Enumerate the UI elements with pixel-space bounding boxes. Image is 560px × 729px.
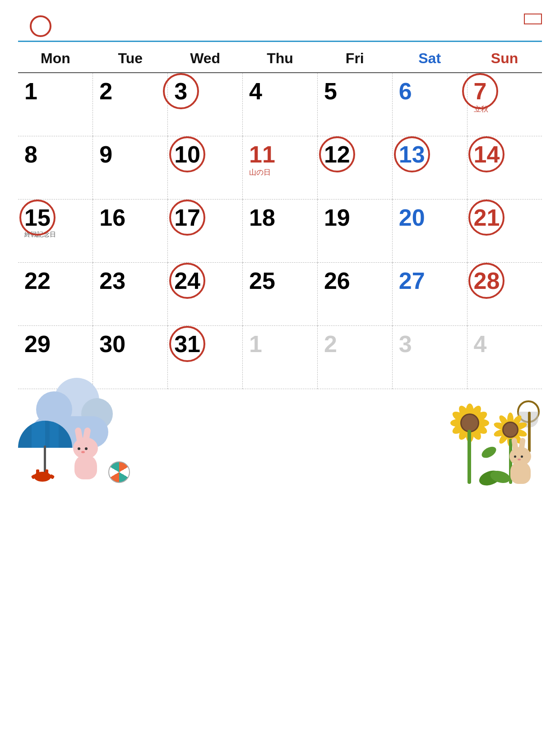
calendar-day: 25 [243, 262, 318, 325]
circled-day: 17 [174, 206, 200, 229]
circled-day: 13 [399, 143, 425, 166]
crab-body [34, 472, 51, 482]
day-number: 9 [99, 143, 112, 166]
header-wed: Wed [168, 42, 243, 73]
calendar-day: 26 [317, 262, 392, 325]
beach-ball-illustration [108, 461, 130, 483]
crab-illustration [32, 470, 54, 484]
day-number: 28 [474, 269, 500, 293]
circled-day: 3 [174, 79, 187, 103]
business-hours-box [524, 14, 542, 24]
rest-indicator [30, 15, 57, 37]
day-number: 2 [99, 79, 112, 103]
calendar-day: 30 [93, 325, 168, 389]
day-number: 3 [399, 332, 412, 356]
rabbit-right-illustration [506, 448, 537, 484]
calendar-day: 7立秋 [467, 73, 542, 136]
calendar-week-row: 1234567立秋 [18, 73, 542, 136]
sunflower-center [502, 422, 518, 438]
rest-circle-icon [30, 15, 51, 37]
day-note: 山の日 [249, 168, 313, 177]
footer [18, 389, 542, 488]
beach-illustration [18, 398, 162, 488]
day-number: 25 [249, 269, 275, 293]
day-number: 4 [474, 332, 487, 356]
day-number: 26 [324, 269, 350, 293]
day-number: 21 [474, 206, 500, 229]
day-number: 11 [249, 143, 275, 166]
calendar-day: 19 [317, 199, 392, 262]
day-number: 10 [174, 143, 200, 166]
page: Mon Tue Wed Thu Fri Sat Sun 1234567立秋891… [0, 0, 560, 729]
calendar-day: 4 [243, 73, 318, 136]
calendar-week-row: 22232425262728 [18, 262, 542, 325]
header-fri: Fri [317, 42, 392, 73]
calendar-day: 1 [18, 73, 93, 136]
header-right [524, 14, 542, 28]
day-number: 22 [24, 269, 51, 293]
header [18, 14, 542, 37]
calendar-day: 24 [168, 262, 243, 325]
calendar-day: 28 [467, 262, 542, 325]
day-number: 7 [474, 79, 487, 103]
rabbit-left-illustration [68, 439, 104, 479]
header-tue: Tue [93, 42, 168, 73]
calendar-day: 14 [467, 136, 542, 199]
day-number: 13 [399, 143, 425, 166]
day-number: 23 [99, 269, 125, 293]
header-left [18, 14, 57, 37]
day-number: 31 [174, 332, 200, 356]
day-number: 30 [99, 332, 125, 356]
calendar-day: 22 [18, 262, 93, 325]
circled-day: 15 [24, 206, 51, 229]
rabbit-body [510, 461, 531, 484]
calendar-week-row: 891011山の日121314 [18, 136, 542, 199]
header-sun: Sun [467, 42, 542, 73]
calendar-day: 5 [317, 73, 392, 136]
calendar-day: 2 [93, 73, 168, 136]
umbrella-top [18, 421, 72, 448]
day-number: 1 [24, 79, 37, 103]
calendar-day: 23 [93, 262, 168, 325]
day-number: 20 [399, 206, 425, 229]
day-number: 4 [249, 79, 262, 103]
day-number: 12 [324, 143, 350, 166]
calendar-day: 3 [168, 73, 243, 136]
day-number: 14 [474, 143, 500, 166]
umbrella-illustration [18, 421, 72, 475]
day-number: 15 [24, 206, 51, 229]
calendar-day: 31 [168, 325, 243, 389]
day-number: 27 [399, 269, 425, 293]
day-number: 18 [249, 206, 275, 229]
circled-day: 14 [474, 143, 500, 166]
day-number: 5 [324, 79, 337, 103]
header-thu: Thu [243, 42, 318, 73]
weekday-header-row: Mon Tue Wed Thu Fri Sat Sun [18, 42, 542, 73]
calendar-day: 13 [392, 136, 467, 199]
calendar-day: 21 [467, 199, 542, 262]
circled-day: 31 [174, 332, 200, 356]
day-number: 29 [24, 332, 51, 356]
calendar-day: 4 [467, 325, 542, 389]
day-number: 24 [174, 269, 200, 293]
calendar-day: 11山の日 [243, 136, 318, 199]
calendar-day: 15終戦記念日 [18, 199, 93, 262]
calendar-day: 3 [392, 325, 467, 389]
calendar-day: 9 [93, 136, 168, 199]
calendar-day: 16 [93, 199, 168, 262]
calendar-day: 6 [392, 73, 467, 136]
calendar-day: 8 [18, 136, 93, 199]
calendar-week-row: 2930311234 [18, 325, 542, 389]
calendar-day: 18 [243, 199, 318, 262]
circled-day: 24 [174, 269, 200, 293]
calendar-day: 10 [168, 136, 243, 199]
circled-day: 28 [474, 269, 500, 293]
month-info [30, 14, 57, 37]
day-number: 2 [324, 332, 337, 356]
circled-day: 10 [174, 143, 200, 166]
day-number: 16 [99, 206, 125, 229]
header-mon: Mon [18, 42, 93, 73]
day-number: 6 [399, 79, 412, 103]
circled-day: 7 [474, 79, 487, 103]
calendar-day: 2 [317, 325, 392, 389]
